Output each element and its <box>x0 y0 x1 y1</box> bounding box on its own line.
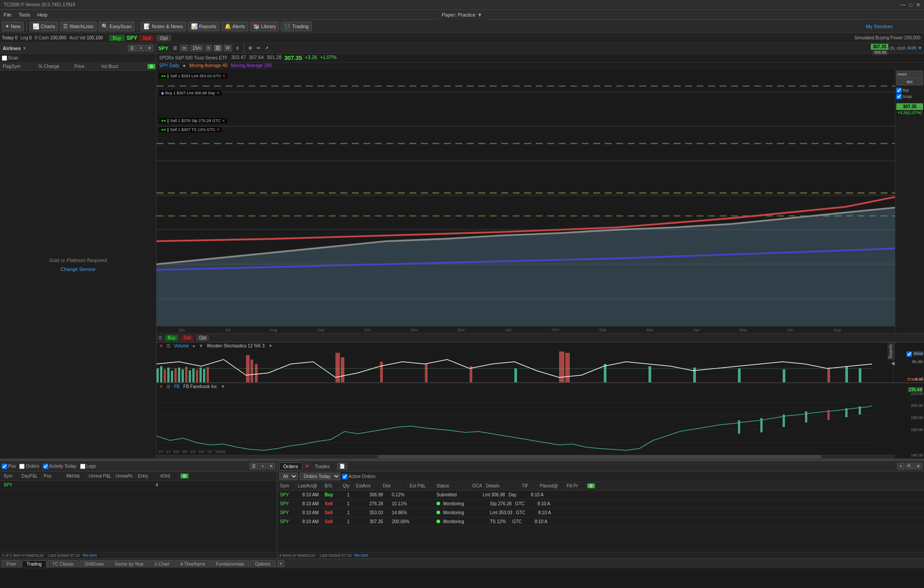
tf-m[interactable]: m <box>180 45 188 51</box>
pos-close-btn[interactable]: ✕ <box>267 463 275 470</box>
trades-tab[interactable]: Trades <box>311 462 334 470</box>
new-button[interactable]: ✦ New <box>2 21 24 31</box>
more-btn[interactable]: more <box>896 71 923 78</box>
erase-all-btn[interactable]: Erase all <box>907 377 923 381</box>
pos-menu-btn[interactable]: ☰ <box>250 463 258 470</box>
fb-settings-icon[interactable]: ☰ <box>166 384 170 389</box>
tf-h[interactable]: h <box>205 45 212 51</box>
minimize-btn[interactable]: — <box>900 2 906 8</box>
ma-40-label[interactable]: Moving Average 40 <box>189 63 227 68</box>
chart-scrollbar[interactable] <box>157 455 895 458</box>
orders-tab-close[interactable]: ✕ <box>305 463 309 469</box>
change-service-link[interactable]: Change Service <box>60 267 95 272</box>
pos-re-sort[interactable]: Re-Sort <box>83 553 97 558</box>
time-6m[interactable]: 6M <box>174 449 179 454</box>
btab-options[interactable]: Options <box>250 560 275 567</box>
pos-add-col-btn[interactable]: ⚙ <box>181 474 188 478</box>
positions-row[interactable]: SPY 4 <box>0 481 277 490</box>
vol-expand-btn[interactable]: ◀ <box>891 360 894 366</box>
library-button[interactable]: 📚 Library <box>250 21 280 31</box>
orders-add-col-btn[interactable]: ⚙ <box>587 483 595 488</box>
time-1y[interactable]: 1Y <box>166 449 171 454</box>
charts-button[interactable]: 📈 Charts <box>30 21 58 31</box>
time-1w[interactable]: 1W <box>199 449 205 454</box>
ma-spy-link[interactable]: SPY Daily <box>159 63 179 68</box>
btab-sector[interactable]: Sector by Year <box>110 560 148 567</box>
order-row-sell-ts[interactable]: SPY 8:10 AM Sell 1 307.35 200.00% Monito… <box>277 517 924 526</box>
time-today[interactable]: Today <box>215 449 226 454</box>
btab-trading[interactable]: Trading <box>22 560 47 567</box>
time-3m[interactable]: 3M <box>182 449 188 454</box>
order-row-buy[interactable]: SPY 8:10 AM Buy 1 306.98 0.12% Submitted… <box>277 491 924 499</box>
chart-type-btn[interactable]: 🕯 <box>234 45 241 51</box>
btab-add-btn[interactable]: + <box>277 560 284 567</box>
btab-4timeframe[interactable]: 4-Timeframe <box>175 560 210 567</box>
chart-share-btn[interactable]: ↗ <box>263 45 270 51</box>
vol-settings-icon[interactable]: ☰ <box>166 343 170 348</box>
time-3y[interactable]: 3Y <box>158 449 163 454</box>
btab-1chart[interactable]: 1-Chart <box>149 560 174 567</box>
activity-today-toggle[interactable]: Activity Today <box>43 464 76 469</box>
maximize-btn[interactable]: □ <box>909 2 912 8</box>
chart-sell-btn[interactable]: Sell <box>181 335 194 341</box>
scan-toggle[interactable]: Scan <box>2 55 18 61</box>
vol-arrow[interactable]: ▼ <box>199 343 203 348</box>
btab-fundamentals[interactable]: Fundamentals <box>211 560 249 567</box>
my-services-link[interactable]: My Services <box>866 24 893 29</box>
vol-buzz-settings[interactable]: ⚙ <box>148 64 155 69</box>
chart-menu-btn[interactable]: ☰ <box>172 45 178 51</box>
orders-tab[interactable]: Orders <box>279 462 302 470</box>
menu-help[interactable]: Help <box>37 12 47 17</box>
watchlist-close-btn[interactable]: ✕ <box>145 45 153 51</box>
easyscan-button[interactable]: 🔍 EasyScan <box>98 21 135 31</box>
orders-doc-btn[interactable]: 📄 <box>337 463 347 470</box>
pos-toggle[interactable]: Pos <box>2 464 16 469</box>
chart-draw-btn[interactable]: ✏ <box>255 45 262 51</box>
abc-btn[interactable]: abc <box>896 78 923 85</box>
boards-label[interactable]: Boards <box>887 343 894 360</box>
watchlist-menu-btn[interactable]: ☰ <box>128 45 136 51</box>
window-controls[interactable]: — □ ✕ <box>900 2 920 8</box>
orders-expand-btn[interactable]: ⇱ <box>905 463 913 470</box>
orders-re-sort[interactable]: Re-Sort <box>354 553 368 558</box>
order-row-sell-stp[interactable]: SPY 8:10 AM Sell 1 276.28 10.11% Monitor… <box>277 499 924 508</box>
watchlist-add-btn[interactable]: + <box>137 45 144 51</box>
fb-close-btn[interactable]: ✕ <box>159 384 163 389</box>
orders-toggle[interactable]: Orders <box>19 464 39 469</box>
orders-today-filter[interactable]: Orders Today <box>300 473 340 480</box>
scrollbar-thumb[interactable] <box>378 455 821 458</box>
notes-button[interactable]: 📝 Notes & News <box>140 21 186 31</box>
alerts-button[interactable]: 🔔 Alerts <box>221 21 248 31</box>
opt-button[interactable]: Opt <box>156 35 171 41</box>
menu-tools[interactable]: Tools <box>19 12 30 17</box>
trading-button[interactable]: 💱 Trading <box>281 21 312 31</box>
orders-close-btn[interactable]: ✕ <box>914 463 922 470</box>
menu-file[interactable]: File <box>4 12 12 17</box>
ma-200-label[interactable]: Moving Average 200 <box>231 63 271 68</box>
chart-buy-btn[interactable]: Buy <box>165 335 178 341</box>
btab-free[interactable]: Free <box>2 560 21 567</box>
active-orders-check[interactable]: Active Orders <box>342 474 376 479</box>
snap-check[interactable]: Snap <box>896 94 923 99</box>
watchlists-button[interactable]: ☰ WatchLists <box>60 21 96 31</box>
chart-settings-btn[interactable]: ⚙ <box>247 45 254 51</box>
rpt-check[interactable]: Rpt <box>896 88 923 93</box>
legs-toggle[interactable]: Legs <box>80 464 96 469</box>
time-1m[interactable]: 1M <box>190 449 196 454</box>
orders-all-filter[interactable]: All <box>279 473 298 480</box>
time-1d[interactable]: 1D <box>207 449 212 454</box>
vol-close-btn[interactable]: ✕ <box>159 343 163 348</box>
chart-opt-btn[interactable]: Opt <box>196 335 209 341</box>
tf-d[interactable]: D <box>214 45 221 51</box>
order-row-sell-lmt[interactable]: SPY 8:10 AM Sell 1 353.03 14.86% Monitor… <box>277 508 924 517</box>
pos-add-btn[interactable]: + <box>259 463 266 470</box>
tf-15m[interactable]: 15m <box>190 45 203 51</box>
close-btn[interactable]: ✕ <box>916 2 920 8</box>
btab-drilldown[interactable]: DrillDown <box>80 560 109 567</box>
orders-add-btn[interactable]: + <box>897 463 904 470</box>
sell-button[interactable]: Sell <box>139 35 154 41</box>
btab-classic[interactable]: TC Classic <box>47 560 79 567</box>
tf-w[interactable]: W <box>224 45 232 51</box>
buy-button[interactable]: Buy <box>109 35 125 41</box>
show-check[interactable]: Show <box>907 351 923 357</box>
